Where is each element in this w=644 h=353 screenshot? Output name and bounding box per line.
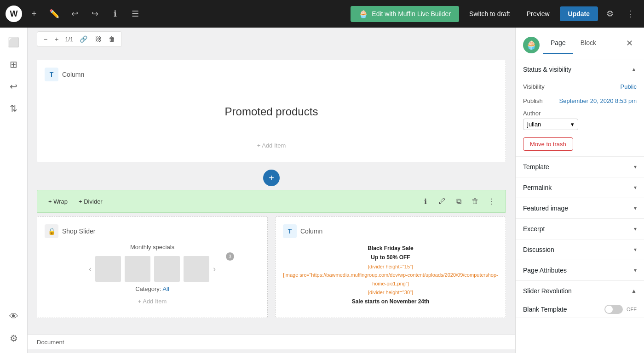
editor-area: − + 1/1 🔗 ⛓ 🗑 T Column Promoted products… (28, 28, 515, 353)
sidebar-template-icon[interactable]: ⬜ (5, 33, 23, 51)
publish-value[interactable]: September 20, 2020 8:53 pm (559, 97, 637, 104)
visibility-value[interactable]: Public (621, 83, 637, 90)
block-link-button[interactable]: 🔗 (77, 34, 90, 45)
divider-code-2: [divider height="30"] (283, 288, 498, 297)
slider-revolution-title: Slider Revolution (523, 287, 572, 295)
sidebar-undo-icon[interactable]: ↩ (5, 77, 23, 96)
switch-draft-button[interactable]: Switch to draft (463, 6, 517, 21)
wrap-button[interactable]: + Wrap (45, 196, 71, 207)
excerpt-header[interactable]: Excerpt ▾ (516, 219, 644, 239)
page-attributes-section: Page Attributes ▾ (516, 260, 644, 281)
column2-header: T Column (283, 224, 498, 238)
divider-button[interactable]: + Divider (75, 196, 106, 207)
info-button[interactable]: ℹ (107, 6, 123, 22)
more-options-button[interactable]: ⋮ (622, 6, 638, 22)
add-item-button[interactable]: + Add Item (45, 137, 498, 154)
sidebar-layout-icon[interactable]: ⊞ (5, 55, 23, 74)
discussion-title: Discussion (523, 246, 554, 253)
column-block-header: T Column (45, 68, 498, 81)
slider-thumb-1 (95, 256, 121, 282)
row-toolbar-right: ℹ 🖊 ⧉ 🗑 ⋮ (419, 195, 498, 208)
row-info-icon[interactable]: ℹ (419, 195, 432, 208)
wp-logo[interactable]: W (6, 6, 22, 22)
muffin-icon: 🧁 (359, 10, 368, 18)
update-button[interactable]: Update (560, 6, 598, 21)
slider-badge: 3 (226, 252, 234, 261)
add-block-circle-button[interactable]: + (263, 170, 280, 186)
visibility-row: Visibility Public (516, 80, 644, 94)
permalink-chevron-icon: ▾ (634, 184, 637, 191)
template-header[interactable]: Template ▾ (516, 157, 644, 177)
sidebar-compare-icon[interactable]: ⇅ (5, 99, 23, 118)
page-attributes-title: Page Attributes (523, 267, 567, 274)
shop-slider-block: 🔒 Shop Slider Monthly specials ‹ 3 › (37, 216, 268, 318)
tab-block[interactable]: Block (573, 33, 604, 54)
right-panel-close-button[interactable]: ✕ (622, 34, 637, 52)
slider-category: Category: All (45, 285, 260, 292)
blank-template-row: Blank Template OFF (516, 301, 644, 318)
list-view-button[interactable]: ☰ (127, 6, 144, 22)
status-visibility-header[interactable]: Status & visibility ▲ (516, 59, 644, 80)
column-block-title: Column (62, 71, 84, 78)
edit-toolbar-button[interactable]: ✏️ (46, 6, 63, 22)
slider-category-link[interactable]: All (162, 285, 169, 292)
excerpt-section: Excerpt ▾ (516, 219, 644, 239)
row-toolbar: + Wrap + Divider ℹ 🖊 ⧉ 🗑 ⋮ (37, 190, 506, 213)
permalink-header[interactable]: Permalink ▾ (516, 177, 644, 198)
slider-revolution-header[interactable]: Slider Revolution ▲ (516, 281, 644, 301)
column2-title: Column (300, 228, 322, 235)
discussion-chevron-icon: ▾ (634, 246, 637, 253)
author-select[interactable]: julian ▾ (523, 119, 578, 130)
muffin-live-builder-button[interactable]: 🧁 Edit with Muffin Live Builder (351, 6, 459, 22)
blank-template-label: Blank Template (523, 306, 567, 313)
column-block-2: T Column Black Friday Sale Up to 50% OFF… (275, 216, 506, 318)
sidebar-eye-icon[interactable]: 👁 (5, 307, 23, 325)
undo-button[interactable]: ↩ (66, 6, 83, 22)
add-item-2-button[interactable]: + Add Item (45, 292, 260, 310)
block-count: 1/1 (63, 36, 75, 43)
block-link2-button[interactable]: ⛓ (92, 34, 104, 45)
page-attributes-header[interactable]: Page Attributes ▾ (516, 260, 644, 280)
row-edit-icon[interactable]: 🖊 (436, 195, 448, 208)
column-block: T Column Promoted products + Add Item (37, 60, 506, 162)
move-to-trash-button[interactable]: Move to trash (523, 137, 573, 151)
settings-button[interactable]: ⚙ (602, 6, 618, 22)
featured-image-chevron-icon: ▾ (634, 205, 637, 211)
template-title: Template (523, 163, 549, 171)
document-bar: Document (28, 335, 515, 349)
page-attributes-chevron-icon: ▾ (634, 267, 637, 273)
promoted-products-heading: Promoted products (45, 87, 498, 137)
discussion-header[interactable]: Discussion ▾ (516, 239, 644, 260)
publish-label: Publish (523, 97, 543, 104)
tab-page[interactable]: Page (543, 33, 573, 54)
add-block-toolbar-button[interactable]: + (26, 6, 42, 22)
block-plus-button[interactable]: + (52, 34, 61, 45)
topbar: W + ✏️ ↩ ↪ ℹ ☰ 🧁 Edit with Muffin Live B… (0, 0, 644, 28)
permalink-title: Permalink (523, 184, 552, 191)
author-row: Author julian ▾ (516, 108, 644, 134)
blank-template-toggle[interactable] (604, 305, 623, 314)
monthly-specials-label: Monthly specials (45, 244, 260, 251)
preview-button[interactable]: Preview (520, 6, 556, 21)
muffin-right-panel-avatar: 🧁 (523, 37, 540, 53)
featured-image-header[interactable]: Featured image ▾ (516, 198, 644, 218)
row-trash-icon[interactable]: 🗑 (469, 195, 482, 208)
row-copy-icon[interactable]: ⧉ (452, 195, 465, 208)
block-minus-button[interactable]: − (41, 34, 50, 45)
block-trash-button[interactable]: 🗑 (106, 34, 118, 45)
redo-button[interactable]: ↪ (86, 6, 103, 22)
editor-content: T Column Promoted products + Add Item + … (28, 51, 515, 335)
visibility-label: Visibility (523, 83, 545, 90)
sidebar-gear-icon[interactable]: ⚙ (5, 329, 23, 347)
slider-thumb-3 (154, 256, 180, 282)
sale-date-text: Sale starts on November 24th (283, 297, 498, 306)
sale-heading: Up to 50% OFF (283, 253, 498, 262)
permalink-section: Permalink ▾ (516, 177, 644, 198)
slider-next-button[interactable]: › (213, 264, 216, 274)
column-block-icon: T (45, 68, 58, 81)
shop-slider-header: 🔒 Shop Slider (45, 224, 260, 238)
slider-prev-button[interactable]: ‹ (89, 264, 92, 274)
status-visibility-title: Status & visibility (523, 66, 571, 73)
row-more-icon[interactable]: ⋮ (485, 195, 498, 208)
right-panel: 🧁 Page Block ✕ Status & visibility ▲ Vis… (515, 28, 644, 353)
